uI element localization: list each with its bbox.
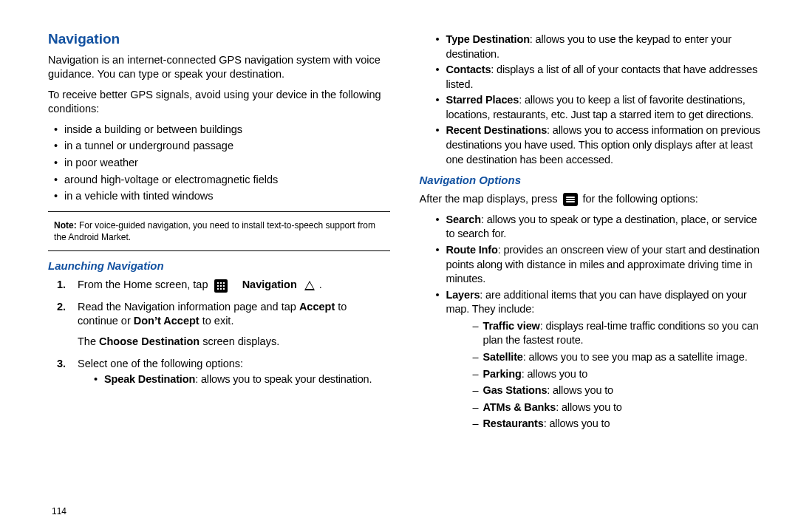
- list-item: in poor weather: [48, 156, 390, 171]
- list-item: Traffic view: displays real-time traffic…: [446, 319, 762, 348]
- apps-grid-icon: [214, 279, 228, 293]
- layers-sublist: Traffic view: displays real-time traffic…: [446, 319, 762, 432]
- text: After the map displays, press: [420, 193, 561, 205]
- list-item: Contacts: displays a list of all of your…: [420, 63, 762, 92]
- layer-desc: : allows you to: [544, 417, 610, 429]
- left-column: Navigation Navigation is an internet-con…: [48, 22, 390, 434]
- intro-paragraph-2: To receive better GPS signals, avoid usi…: [48, 88, 390, 117]
- navigation-arrow-icon: [304, 281, 315, 290]
- list-item: Search: allows you to speak or type a de…: [420, 213, 762, 242]
- step-1: From the Home screen, tap Navigation .: [48, 278, 390, 293]
- layer-name: Gas Stations: [483, 384, 548, 396]
- option-name: Recent Destinations: [446, 124, 548, 136]
- layer-desc: : allows you to: [522, 368, 588, 380]
- list-item: Satellite: allows you to see you map as …: [446, 350, 762, 365]
- list-item: Speak Destination: allows you to speak y…: [78, 372, 390, 387]
- layer-name: Traffic view: [483, 320, 540, 332]
- right-column: Type Destination: allows you to use the …: [420, 22, 762, 434]
- menu-icon: [563, 193, 578, 206]
- step-3-options: Speak Destination: allows you to speak y…: [78, 372, 390, 387]
- layer-desc: : allows you to: [547, 384, 613, 396]
- manual-page: Navigation Navigation is an internet-con…: [0, 0, 798, 449]
- navigation-options-list: Search: allows you to speak or type a de…: [420, 213, 762, 432]
- list-item: Route Info: provides an onscreen view of…: [420, 243, 762, 287]
- option-desc: : are additional items that you can have…: [446, 289, 747, 316]
- destination-options-list: Type Destination: allows you to use the …: [420, 33, 762, 167]
- list-item: around high-voltage or electromagnetic f…: [48, 173, 390, 188]
- step-2: Read the Navigation information page and…: [48, 300, 390, 349]
- option-name: Search: [446, 214, 481, 225]
- intro-paragraph-1: Navigation is an internet-connected GPS …: [48, 53, 390, 82]
- option-desc: : displays a list of all of your contact…: [446, 64, 758, 90]
- accept-label: Accept: [299, 301, 335, 313]
- divider: [48, 211, 390, 212]
- layer-name: Restaurants: [483, 417, 544, 429]
- divider: [48, 250, 390, 251]
- option-name: Route Info: [446, 244, 498, 256]
- page-number: 114: [52, 505, 66, 517]
- step-text: The: [78, 335, 99, 347]
- dont-accept-label: Don’t Accept: [134, 315, 200, 327]
- list-item: inside a building or between buildings: [48, 123, 390, 137]
- list-item: Gas Stations: allows you to: [446, 383, 762, 398]
- subsection-heading: Launching Navigation: [48, 259, 390, 273]
- list-item: Recent Destinations: allows you to acces…: [420, 123, 762, 167]
- text: for the following options:: [583, 193, 698, 205]
- step-text: to exit.: [202, 315, 234, 327]
- option-name: Type Destination: [446, 33, 530, 45]
- step-text: .: [319, 279, 322, 290]
- list-item: in a vehicle with tinted windows: [48, 189, 390, 204]
- option-name: Contacts: [446, 64, 491, 75]
- list-item: Type Destination: allows you to use the …: [420, 33, 762, 61]
- layer-desc: : allows you to see you map as a satelli…: [523, 351, 748, 363]
- option-desc: : allows you to speak your destination.: [195, 373, 372, 385]
- list-item: Starred Places: allows you to keep a lis…: [420, 93, 762, 122]
- option-name: Layers: [446, 289, 480, 301]
- choose-destination-label: Choose Destination: [99, 335, 200, 347]
- layer-name: ATMs & Banks: [483, 401, 556, 413]
- note-block: Note: For voice-guided navigation, you n…: [48, 219, 390, 243]
- list-item: ATMs & Banks: allows you to: [446, 400, 762, 415]
- layer-desc: : allows you to: [556, 401, 622, 413]
- step-2-result: The Choose Destination screen displays.: [78, 335, 390, 349]
- list-item: Parking: allows you to: [446, 367, 762, 382]
- layer-name: Parking: [483, 368, 522, 380]
- navigation-label: Navigation: [242, 279, 297, 290]
- option-name: Starred Places: [446, 94, 519, 106]
- layer-name: Satellite: [483, 351, 523, 363]
- section-heading: Navigation: [48, 30, 390, 49]
- option-desc: : allows you to speak or type a destinat…: [446, 214, 757, 240]
- gps-conditions-list: inside a building or between buildings i…: [48, 123, 390, 204]
- list-item: Layers: are additional items that you ca…: [420, 288, 762, 432]
- step-text: Read the Navigation information page and…: [78, 301, 299, 313]
- step-text: screen displays.: [202, 335, 279, 347]
- subsection-heading: Navigation Options: [420, 173, 762, 188]
- steps-list: From the Home screen, tap Navigation . R…: [48, 278, 390, 386]
- step-3: Select one of the following options: Spe…: [48, 357, 390, 387]
- step-text: From the Home screen, tap: [78, 279, 211, 290]
- list-item: in a tunnel or underground passage: [48, 139, 390, 154]
- options-intro: After the map displays, press for the fo…: [420, 192, 762, 207]
- step-text: Select one of the following options:: [78, 358, 243, 369]
- note-label: Note:: [54, 220, 77, 231]
- note-text: For voice-guided navigation, you need to…: [54, 220, 375, 242]
- list-item: Restaurants: allows you to: [446, 417, 762, 432]
- option-name: Speak Destination: [104, 373, 195, 385]
